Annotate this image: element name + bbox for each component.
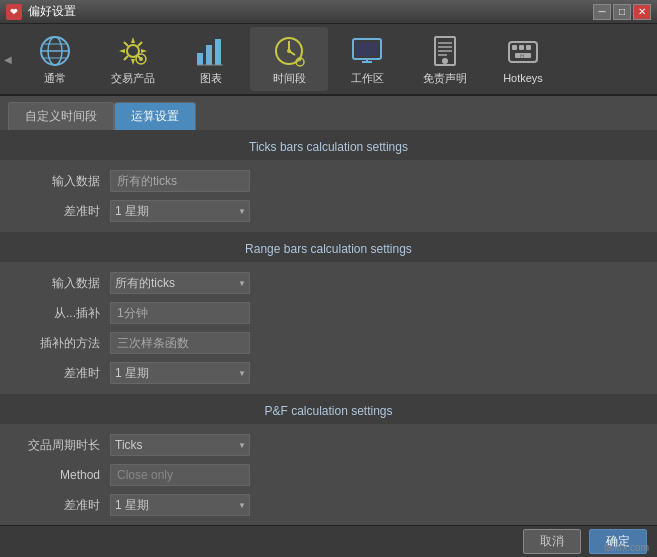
main-container: 通常 交易产品 [0, 24, 657, 557]
bar-chart-icon [193, 33, 229, 69]
ticks-calibrate-row: 差准时 1 星期 1 天 4 小时 1 小时 [0, 196, 657, 226]
ticks-calibrate-select[interactable]: 1 星期 1 天 4 小时 1 小时 [110, 200, 250, 222]
ticks-bars-body: 输入数据 所有的ticks 差准时 1 星期 1 天 4 小时 1 小时 [0, 160, 657, 232]
nav-label-normal: 通常 [44, 71, 66, 86]
ticks-calibrate-label: 差准时 [20, 203, 110, 220]
ticks-input-data-value: 所有的ticks [110, 170, 250, 192]
svg-rect-9 [206, 45, 212, 65]
ticks-input-data-row: 输入数据 所有的ticks [0, 166, 657, 196]
range-calibrate-select[interactable]: 1 星期 1 天 4 小时 1 小时 [110, 362, 250, 384]
pnf-method-label: Method [20, 468, 110, 482]
tab-custom-timeframe[interactable]: 自定义时间段 [8, 102, 114, 130]
range-input-data-label: 输入数据 [20, 275, 110, 292]
ticks-calibrate-select-wrapper: 1 星期 1 天 4 小时 1 小时 [110, 200, 250, 222]
range-interpolate-value: 1分钟 [110, 302, 250, 324]
ticks-input-data-label: 输入数据 [20, 173, 110, 190]
svg-point-26 [442, 58, 448, 64]
range-calibrate-label: 差准时 [20, 365, 110, 382]
range-bars-body: 输入数据 所有的ticks 仅收盘价 从...插补 1分钟 插补的方法 三次样条… [0, 262, 657, 394]
ticks-bars-section: Ticks bars calculation settings 输入数据 所有的… [0, 130, 657, 232]
pnf-calibrate-select-wrapper: 1 星期 1 天 4 小时 1 小时 [110, 494, 250, 516]
range-input-data-select-wrapper: 所有的ticks 仅收盘价 [110, 272, 250, 294]
nav-item-chart[interactable]: 图表 [172, 27, 250, 91]
nav-label-hotkeys: Hotkeys [503, 72, 543, 84]
svg-rect-29 [519, 45, 524, 50]
close-button[interactable]: ✕ [633, 4, 651, 20]
range-interpolate-label: 从...插补 [20, 305, 110, 322]
app-icon: ❤ [6, 4, 22, 20]
svg-rect-28 [512, 45, 517, 50]
range-input-data-row: 输入数据 所有的ticks 仅收盘价 [0, 268, 657, 298]
nav-item-hotkeys[interactable]: H Hotkeys [484, 27, 562, 91]
title-bar: ❤ 偏好设置 ─ □ ✕ [0, 0, 657, 24]
maximize-button[interactable]: □ [613, 4, 631, 20]
pnf-calibrate-label: 差准时 [20, 497, 110, 514]
minimize-button[interactable]: ─ [593, 4, 611, 20]
nav-item-workspace[interactable]: 工作区 [328, 27, 406, 91]
pnf-period-label: 交品周期时长 [20, 437, 110, 454]
range-method-value: 三次样条函数 [110, 332, 250, 354]
cancel-button[interactable]: 取消 [523, 529, 581, 554]
nav-bar: 通常 交易产品 [0, 24, 657, 96]
window-title: 偏好设置 [28, 3, 593, 20]
svg-rect-30 [526, 45, 531, 50]
bottom-bar: 取消 确定 [0, 525, 657, 557]
nav-label-trading: 交易产品 [111, 71, 155, 86]
pnf-method-row: Method Close only [0, 460, 657, 490]
pnf-section: P&F calculation settings 交品周期时长 Ticks 1分… [0, 394, 657, 525]
svg-rect-10 [215, 39, 221, 65]
range-method-label: 插补的方法 [20, 335, 110, 352]
svg-point-15 [287, 49, 291, 53]
clock-gear-icon [271, 33, 307, 69]
nav-label-timeframe: 时间段 [273, 71, 306, 86]
pnf-method-value: Close only [110, 464, 250, 486]
svg-text:H: H [520, 53, 524, 59]
monitor-icon [349, 33, 385, 69]
range-calibrate-row: 差准时 1 星期 1 天 4 小时 1 小时 [0, 358, 657, 388]
hotkeys-icon: H [505, 34, 541, 70]
pnf-body: 交品周期时长 Ticks 1分钟 5分钟 Method Close only 差… [0, 424, 657, 525]
range-method-row: 插补的方法 三次样条函数 [0, 328, 657, 358]
svg-point-7 [139, 57, 143, 61]
nav-label-disclaimer: 免责声明 [423, 71, 467, 86]
ticks-bars-header: Ticks bars calculation settings [0, 130, 657, 160]
tab-strip: 自定义时间段 运算设置 [0, 96, 657, 130]
doc-icon [427, 33, 463, 69]
pnf-period-row: 交品周期时长 Ticks 1分钟 5分钟 [0, 430, 657, 460]
range-interpolate-row: 从...插补 1分钟 [0, 298, 657, 328]
pnf-calibrate-select[interactable]: 1 星期 1 天 4 小时 1 小时 [110, 494, 250, 516]
pnf-calibrate-row: 差准时 1 星期 1 天 4 小时 1 小时 [0, 490, 657, 520]
nav-label-workspace: 工作区 [351, 71, 384, 86]
range-input-data-select[interactable]: 所有的ticks 仅收盘价 [110, 272, 250, 294]
watermark: taikfx.com [604, 542, 649, 553]
nav-item-trading[interactable]: 交易产品 [94, 27, 172, 91]
nav-item-disclaimer[interactable]: 免责声明 [406, 27, 484, 91]
pnf-period-select[interactable]: Ticks 1分钟 5分钟 [110, 434, 250, 456]
nav-item-normal[interactable]: 通常 [16, 27, 94, 91]
nav-item-timeframe[interactable]: 时间段 [250, 27, 328, 91]
globe-icon [37, 33, 73, 69]
tab-calculation-settings[interactable]: 运算设置 [114, 102, 196, 130]
svg-rect-8 [197, 53, 203, 65]
nav-label-chart: 图表 [200, 71, 222, 86]
pnf-header: P&F calculation settings [0, 394, 657, 424]
window-controls: ─ □ ✕ [593, 4, 651, 20]
svg-rect-18 [356, 42, 378, 56]
range-bars-section: Range bars calculation settings 输入数据 所有的… [0, 232, 657, 394]
gear-cog-icon [115, 33, 151, 69]
content-area: Ticks bars calculation settings 输入数据 所有的… [0, 130, 657, 525]
range-calibrate-select-wrapper: 1 星期 1 天 4 小时 1 小时 [110, 362, 250, 384]
pnf-period-select-wrapper: Ticks 1分钟 5分钟 [110, 434, 250, 456]
range-bars-header: Range bars calculation settings [0, 232, 657, 262]
